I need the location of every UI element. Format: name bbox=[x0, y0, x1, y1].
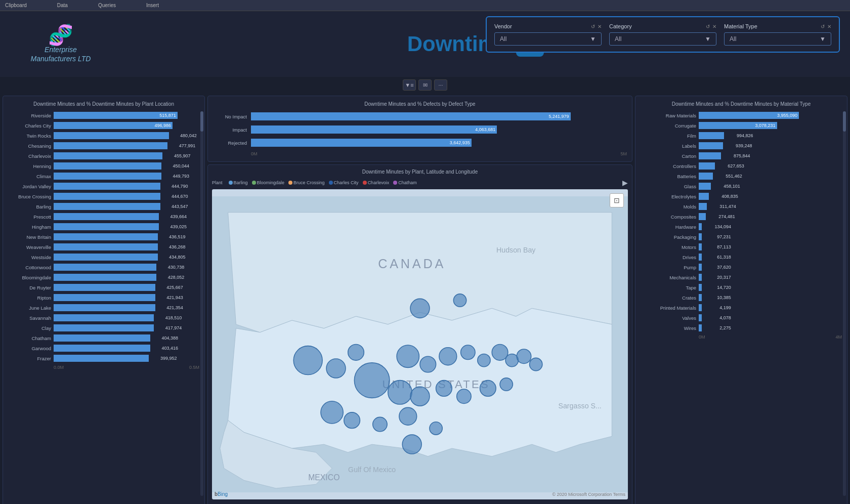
bar-container: 436,519 bbox=[54, 233, 199, 240]
table-row: Carton875,844 bbox=[641, 151, 842, 160]
bar-label: Printed Materials bbox=[641, 305, 699, 311]
category-select[interactable]: All ▼ bbox=[609, 32, 716, 46]
left-scrollbar-thumb[interactable] bbox=[200, 111, 203, 132]
bar-container: 444,790 bbox=[54, 183, 199, 190]
map-screenshot-button[interactable]: ⊡ bbox=[610, 193, 624, 207]
bar-label: Carton bbox=[641, 153, 699, 159]
category-close-icon[interactable]: ✕ bbox=[712, 24, 716, 29]
table-row: Clay417,974 bbox=[8, 323, 199, 332]
map-expand-icon[interactable]: ▶ bbox=[622, 179, 628, 187]
map-copyright: © 2020 Microsoft Corporation Terms bbox=[552, 492, 625, 497]
bar-value: 430,738 bbox=[168, 265, 185, 270]
category-reset-icon[interactable]: ↺ bbox=[706, 24, 710, 29]
material-type-select[interactable]: All ▼ bbox=[724, 32, 831, 46]
bar-label: Garwood bbox=[8, 346, 54, 351]
bar-value: 61,318 bbox=[717, 255, 731, 260]
defect-bar-fill: 5,241,979 bbox=[251, 112, 571, 120]
bar-container: 97,231 bbox=[699, 233, 842, 240]
bar-value: 10,385 bbox=[717, 295, 731, 300]
bar-label: Raw Materials bbox=[641, 113, 699, 118]
bar-value: 480,042 bbox=[180, 133, 197, 138]
bar-value: 627,653 bbox=[728, 163, 744, 169]
bar-container: 274,481 bbox=[699, 213, 842, 220]
bar-label: Chatham bbox=[8, 335, 54, 341]
bar-fill: 408,835 bbox=[699, 193, 709, 200]
map-legend: Plant Barling Bloomingdale Bruce Crossin… bbox=[212, 179, 628, 187]
bar-label: Corrugate bbox=[641, 123, 699, 129]
right-bar-chart: Raw Materials3,955,090Corrugate3,078,231… bbox=[641, 111, 842, 333]
svg-point-28 bbox=[373, 417, 387, 431]
vendor-close-icon[interactable]: ✕ bbox=[598, 24, 602, 29]
toolbar-data[interactable]: Data bbox=[57, 3, 68, 8]
svg-text:CANADA: CANADA bbox=[378, 257, 446, 271]
bar-value: 477,991 bbox=[179, 143, 196, 148]
table-row: Wires2,275 bbox=[641, 323, 842, 332]
table-row: Riverside515,871 bbox=[8, 111, 199, 120]
svg-point-20 bbox=[388, 381, 412, 404]
bar-fill: 4,078 bbox=[699, 314, 702, 321]
map-title: Downtime Minutes by Plant, Latitude and … bbox=[212, 169, 628, 175]
bar-value: 551,462 bbox=[726, 174, 742, 179]
table-row: Printed Materials4,199 bbox=[641, 303, 842, 312]
bar-container: 449,793 bbox=[54, 173, 199, 180]
center-chart-panel: Downtime Minutes and % Defects by Defect… bbox=[207, 96, 632, 504]
svg-point-27 bbox=[344, 412, 360, 429]
svg-point-7 bbox=[293, 346, 322, 375]
more-icon[interactable]: ··· bbox=[434, 79, 447, 91]
vendor-select[interactable]: All ▼ bbox=[494, 32, 602, 46]
svg-point-9 bbox=[348, 345, 364, 361]
vendor-reset-icon[interactable]: ↺ bbox=[591, 24, 595, 29]
right-scrollbar[interactable] bbox=[843, 111, 846, 496]
right-scrollbar-thumb[interactable] bbox=[843, 111, 846, 132]
bar-fill: 87,113 bbox=[699, 243, 702, 250]
svg-point-14 bbox=[478, 354, 490, 366]
material-reset-icon[interactable]: ↺ bbox=[821, 24, 825, 29]
legend-bruce-crossing: Bruce Crossing bbox=[288, 180, 325, 185]
svg-point-13 bbox=[461, 345, 475, 359]
bar-fill: 458,101 bbox=[699, 183, 711, 190]
bar-container: 455,907 bbox=[54, 152, 199, 159]
bar-container: 439,025 bbox=[54, 223, 199, 230]
bar-label: Pump bbox=[641, 265, 699, 270]
bar-label: Electrolytes bbox=[641, 194, 699, 199]
bar-fill: 10,385 bbox=[699, 294, 702, 301]
table-row: Charles City496,986 bbox=[8, 121, 199, 130]
bar-label: Valves bbox=[641, 315, 699, 321]
table-row: Henning450,044 bbox=[8, 161, 199, 171]
bar-value: 14,720 bbox=[717, 285, 731, 290]
bar-fill: 421,354 bbox=[54, 304, 155, 311]
svg-point-23 bbox=[457, 389, 471, 403]
bar-label: Frazer bbox=[8, 356, 54, 361]
map-section: Downtime Minutes by Plant, Latitude and … bbox=[207, 164, 632, 504]
bar-value: 417,974 bbox=[165, 325, 182, 330]
filter-icon[interactable]: ▼≡ bbox=[403, 79, 416, 91]
defect-bar-fill: 3,642,935 bbox=[251, 139, 472, 147]
toolbar-queries[interactable]: Queries bbox=[98, 3, 116, 8]
table-row: Chatham404,388 bbox=[8, 333, 199, 343]
bar-label: Glass bbox=[641, 184, 699, 189]
category-filter-group: Category ↺ ✕ All ▼ bbox=[609, 23, 716, 46]
table-row: Bruce Crossing444,670 bbox=[8, 192, 199, 201]
bar-container: 421,943 bbox=[54, 294, 199, 301]
left-chart-panel: Downtime Minutes and % Downtime Minutes … bbox=[3, 96, 205, 504]
bar-fill: 627,653 bbox=[699, 162, 715, 170]
bar-value: 443,547 bbox=[172, 204, 188, 209]
material-close-icon[interactable]: ✕ bbox=[827, 24, 831, 29]
bar-container: 311,474 bbox=[699, 203, 842, 210]
bar-value: 20,317 bbox=[717, 275, 731, 280]
bar-fill: 14,720 bbox=[699, 284, 702, 291]
defect-bar-container: 3,642,935 bbox=[251, 139, 627, 147]
bar-label: Batteries bbox=[641, 174, 699, 179]
svg-point-29 bbox=[399, 407, 417, 425]
toolbar-insert[interactable]: Insert bbox=[146, 3, 159, 8]
bar-container: 2,275 bbox=[699, 324, 842, 331]
category-label: Category ↺ ✕ bbox=[609, 23, 716, 29]
bar-fill: 399,952 bbox=[54, 355, 149, 362]
svg-point-22 bbox=[436, 381, 452, 397]
email-icon[interactable]: ✉ bbox=[418, 79, 432, 91]
svg-text:Gulf Of Mexico: Gulf Of Mexico bbox=[348, 466, 396, 474]
left-scrollbar[interactable] bbox=[200, 111, 203, 496]
toolbar-clipboard[interactable]: Clipboard bbox=[5, 3, 27, 8]
table-row: Electrolytes408,835 bbox=[641, 192, 842, 201]
bar-value: 274,481 bbox=[718, 214, 735, 219]
